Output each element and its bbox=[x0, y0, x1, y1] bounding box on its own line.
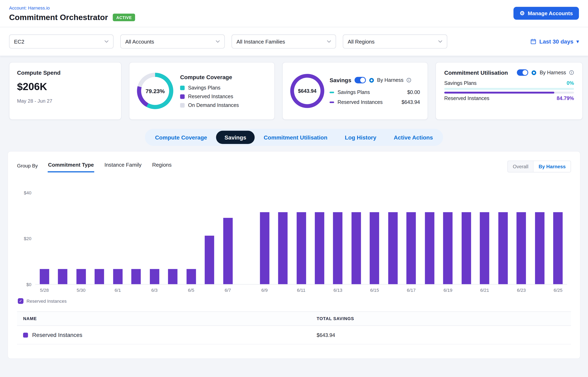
manage-accounts-label: Manage Accounts bbox=[528, 10, 573, 16]
bar-6-3[interactable] bbox=[150, 269, 159, 284]
title-row: Commitment Orchestrator ACTIVE bbox=[9, 13, 135, 22]
filter-bar: EC2 All Accounts All Instance Families A… bbox=[0, 27, 588, 56]
tab-compute-coverage[interactable]: Compute Coverage bbox=[147, 131, 216, 144]
bar-6-23[interactable] bbox=[517, 212, 526, 284]
bar-slot bbox=[531, 193, 549, 284]
bar-slot: 6/9 bbox=[255, 193, 274, 284]
group-by-label: Group By bbox=[17, 163, 38, 173]
bar-6-24[interactable] bbox=[535, 212, 544, 284]
coverage-card-right: Compute Coverage Savings PlansReserved I… bbox=[180, 74, 267, 108]
legend-swatch bbox=[180, 85, 185, 90]
date-range-picker[interactable]: Last 30 days ▾ bbox=[531, 38, 579, 45]
tab-active-actions[interactable]: Active Actions bbox=[385, 131, 441, 144]
commitment-utilisation-card: Commitment Utilisation By Harness Saving… bbox=[435, 62, 583, 120]
section-tabs: Compute CoverageSavingsCommitment Utilis… bbox=[145, 129, 443, 146]
legend-label: Savings Plans bbox=[188, 85, 220, 91]
x-axis-label: 6/15 bbox=[370, 287, 379, 293]
bar-6-11[interactable] bbox=[296, 212, 306, 284]
bar-6-5[interactable] bbox=[187, 269, 196, 284]
bar-6-25[interactable] bbox=[553, 212, 563, 284]
bar-6-9[interactable] bbox=[260, 212, 269, 284]
bar-slot bbox=[54, 193, 72, 284]
column-header-name[interactable]: NAME bbox=[17, 312, 311, 326]
tab-savings[interactable]: Savings bbox=[216, 131, 255, 144]
regions-select-value: All Regions bbox=[348, 38, 375, 45]
legend-swatch bbox=[180, 94, 185, 99]
tab-commitment-utilisation[interactable]: Commitment Utilisation bbox=[255, 131, 336, 144]
view-toggle-by-harness[interactable]: By Harness bbox=[533, 161, 571, 172]
bar-slot: 6/1 bbox=[109, 193, 127, 284]
bar-6-12[interactable] bbox=[315, 212, 324, 284]
coverage-donut: 79.23% bbox=[137, 73, 173, 109]
service-select[interactable]: EC2 bbox=[9, 35, 113, 48]
bar-6-13[interactable] bbox=[333, 212, 343, 284]
commitment-orchestrator-page: Account: Harness.io Commitment Orchestra… bbox=[0, 0, 588, 377]
savings-row-value: $0.00 bbox=[407, 90, 420, 95]
bar-6-6[interactable] bbox=[205, 236, 214, 284]
instance-families-select[interactable]: All Instance Families bbox=[232, 35, 336, 48]
group-by-tabs: Commitment TypeInstance FamilyRegions bbox=[48, 161, 172, 172]
bar-6-17[interactable] bbox=[407, 212, 416, 284]
table-row[interactable]: Reserved Instances$643.94 bbox=[17, 326, 571, 344]
utilisation-by-harness-toggle[interactable] bbox=[517, 69, 528, 76]
bar-5-30[interactable] bbox=[76, 269, 86, 284]
legend-swatch bbox=[330, 101, 334, 103]
tab-log-history[interactable]: Log History bbox=[336, 131, 385, 144]
chart-legend-item[interactable]: ✓Reserved Instances bbox=[18, 298, 67, 304]
bar-slot bbox=[90, 193, 109, 284]
savings-total: $643.94 bbox=[298, 88, 316, 94]
caret-down-icon: ▾ bbox=[577, 39, 579, 44]
summary-cards: Compute Spend $206K May 28 - Jun 27 79.2… bbox=[9, 62, 583, 120]
column-header-total-savings[interactable]: TOTAL SAVINGS bbox=[311, 312, 571, 326]
legend-swatch bbox=[330, 92, 334, 93]
accounts-select[interactable]: All Accounts bbox=[120, 35, 225, 48]
group-tab-commitment-type[interactable]: Commitment Type bbox=[48, 161, 94, 172]
bar-6-22[interactable] bbox=[498, 212, 508, 284]
bar-6-4[interactable] bbox=[168, 269, 178, 284]
savings-by-harness-toggle[interactable] bbox=[355, 77, 366, 83]
x-axis-label: 6/13 bbox=[333, 287, 342, 293]
calendar-icon bbox=[531, 39, 536, 44]
bar-6-16[interactable] bbox=[388, 212, 398, 284]
harness-logo-icon bbox=[531, 70, 537, 75]
bar-slot: 6/3 bbox=[145, 193, 164, 284]
view-toggle-overall[interactable]: Overall bbox=[508, 161, 533, 172]
bar-6-1[interactable] bbox=[113, 269, 122, 284]
bar-slot bbox=[237, 193, 255, 284]
utilisation-value: 84.79% bbox=[557, 95, 574, 101]
bar-5-29[interactable] bbox=[58, 269, 67, 284]
table-header-row: NAME TOTAL SAVINGS bbox=[17, 312, 571, 326]
bar-6-18[interactable] bbox=[425, 212, 434, 284]
bar-6-19[interactable] bbox=[443, 212, 453, 284]
gear-icon: ⚙ bbox=[520, 10, 525, 16]
coverage-donut-hole: 79.23% bbox=[141, 77, 169, 105]
bar-6-21[interactable] bbox=[480, 212, 489, 284]
bar-5-28[interactable] bbox=[40, 269, 49, 284]
chart-y-axis: $0$20$40 bbox=[17, 193, 35, 284]
savings-table: NAME TOTAL SAVINGS Reserved Instances$64… bbox=[17, 311, 571, 344]
utilisation-body: Savings Plans0%Reserved Instances84.79% bbox=[444, 80, 574, 101]
group-tab-regions[interactable]: Regions bbox=[152, 161, 172, 172]
bar-6-14[interactable] bbox=[351, 212, 361, 284]
utilisation-progress-track bbox=[444, 92, 574, 94]
info-icon[interactable] bbox=[406, 78, 411, 82]
x-axis-label: 6/17 bbox=[407, 287, 416, 293]
utilisation-title: Commitment Utilisation bbox=[444, 69, 508, 76]
bar-6-15[interactable] bbox=[370, 212, 379, 284]
manage-accounts-button[interactable]: ⚙ Manage Accounts bbox=[514, 7, 579, 20]
group-tab-instance-family[interactable]: Instance Family bbox=[104, 161, 142, 172]
legend-checkbox[interactable]: ✓ bbox=[18, 298, 23, 304]
coverage-legend-item: On Demand Instances bbox=[180, 102, 267, 108]
bar-5-31[interactable] bbox=[95, 269, 104, 284]
legend-label: On Demand Instances bbox=[188, 102, 239, 108]
savings-row-label: Reserved Instances bbox=[337, 99, 383, 105]
bar-6-2[interactable] bbox=[132, 269, 141, 284]
info-icon[interactable] bbox=[569, 70, 574, 75]
regions-select[interactable]: All Regions bbox=[343, 35, 447, 48]
bar-6-20[interactable] bbox=[462, 212, 471, 284]
bar-6-10[interactable] bbox=[278, 212, 288, 284]
savings-donut-hole: $643.94 bbox=[294, 78, 321, 104]
bar-6-7[interactable] bbox=[223, 218, 233, 284]
account-breadcrumb-link[interactable]: Account: Harness.io bbox=[9, 5, 50, 11]
coverage-percent: 79.23% bbox=[145, 88, 165, 94]
